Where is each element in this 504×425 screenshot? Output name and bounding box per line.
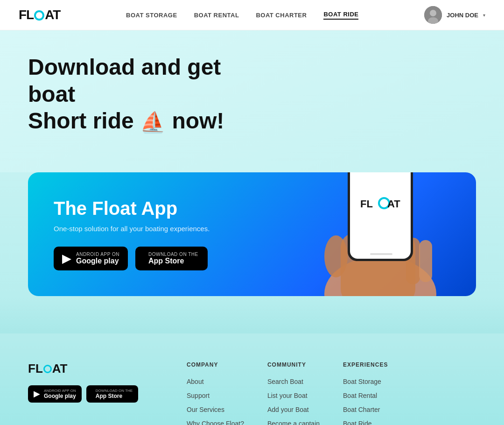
google-play-button[interactable]: ▶ ANDROID APP ON Google play — [54, 247, 128, 270]
svg-point-1 — [430, 10, 436, 16]
footer-link-captain[interactable]: Become a captain — [267, 420, 320, 425]
hero-title-line1: Download and get boat — [28, 55, 221, 106]
hero-heading: Download and get boat Short ride ⛵ now! — [28, 54, 261, 135]
footer: FLAT ▶ ANDROID APP ON Google play Downlo… — [0, 333, 504, 425]
footer-link-support[interactable]: Support — [187, 392, 210, 399]
footer-link-boat-storage[interactable]: Boat Storage — [343, 378, 381, 385]
nav-boat-storage[interactable]: BOAT STORAGE — [126, 12, 177, 19]
svg-text:FL: FL — [360, 198, 373, 210]
google-play-label-small: ANDROID APP ON — [76, 252, 119, 257]
app-banner: The Float App One-stop solution for all … — [28, 172, 476, 296]
boat-emoji: ⛵ — [140, 110, 166, 135]
phone-mockup: FL AT — [294, 172, 462, 296]
google-play-label-large: Google play — [76, 257, 119, 265]
hero-title-line2: Short ride — [28, 108, 134, 133]
banner-section: The Float App One-stop solution for all … — [0, 172, 504, 296]
nav-boat-ride[interactable]: BOAT RIDE — [323, 11, 358, 20]
google-play-icon: ▶ — [62, 251, 71, 266]
footer-link-add-boat[interactable]: Add your Boat — [267, 406, 309, 413]
footer-link-search-boat[interactable]: Search Boat — [267, 378, 303, 385]
footer-company-links: About Support Our Services Why Choose Fl… — [187, 377, 244, 425]
main-nav: BOAT STORAGE BOAT RENTAL BOAT CHARTER BO… — [126, 11, 358, 20]
footer-col-community: COMMUNITY Search Boat List your Boat Add… — [267, 361, 320, 425]
svg-rect-7 — [419, 240, 432, 282]
svg-rect-9 — [350, 172, 411, 259]
footer-google-play-button[interactable]: ▶ ANDROID APP ON Google play — [28, 385, 82, 403]
username: JOHN DOE — [447, 12, 478, 19]
user-menu[interactable]: JOHN DOE ▾ — [424, 6, 485, 24]
footer-brand: FLAT ▶ ANDROID APP ON Google play Downlo… — [28, 361, 159, 425]
svg-text:AT: AT — [387, 198, 400, 210]
footer-link-our-services[interactable]: Our Services — [187, 406, 224, 413]
app-store-label-large: App Store — [148, 257, 198, 265]
footer-experiences-links: Boat Storage Boat Rental Boat Charter Bo… — [343, 377, 388, 425]
footer-link-boat-rental[interactable]: Boat Rental — [343, 392, 377, 399]
footer-google-play-large: Google play — [44, 393, 76, 399]
app-store-button[interactable]: Download on the App Store — [135, 247, 208, 270]
footer-link-why-float[interactable]: Why Choose Float? — [187, 420, 244, 425]
footer-col-experiences: EXPERIENCES Boat Storage Boat Rental Boa… — [343, 361, 388, 425]
hero-section: Download and get boat Short ride ⛵ now! — [0, 30, 504, 172]
logo[interactable]: FLAT — [19, 7, 60, 22]
footer-community-heading: COMMUNITY — [267, 361, 320, 368]
footer-logo-o — [43, 365, 52, 373]
footer-community-links: Search Boat List your Boat Add your Boat… — [267, 377, 320, 425]
footer-link-list-boat[interactable]: List your Boat — [267, 392, 308, 399]
header: FLAT BOAT STORAGE BOAT RENTAL BOAT CHART… — [0, 0, 504, 30]
nav-boat-rental[interactable]: BOAT RENTAL — [194, 12, 239, 19]
footer-app-store-button[interactable]: Download on the App Store — [86, 385, 138, 403]
svg-rect-14 — [370, 253, 392, 255]
footer-top: FLAT ▶ ANDROID APP ON Google play Downlo… — [28, 361, 476, 425]
footer-app-buttons: ▶ ANDROID APP ON Google play Download on… — [28, 385, 159, 403]
footer-google-play-icon: ▶ — [34, 389, 40, 399]
footer-app-store-large: App Store — [96, 393, 133, 399]
footer-google-play-small: ANDROID APP ON — [44, 389, 76, 393]
footer-link-about[interactable]: About — [187, 378, 204, 385]
footer-columns: COMPANY About Support Our Services Why C… — [187, 361, 476, 425]
footer-app-store-small: Download on the — [96, 389, 133, 393]
footer-logo[interactable]: FLAT — [28, 361, 159, 376]
logo-o — [34, 10, 44, 21]
app-store-label-small: Download on the — [148, 252, 198, 257]
footer-company-heading: COMPANY — [187, 361, 244, 368]
footer-col-company: COMPANY About Support Our Services Why C… — [187, 361, 244, 425]
spacer — [0, 296, 504, 333]
banner-subtitle: One-stop solution for all your boating e… — [54, 225, 250, 233]
footer-experiences-heading: EXPERIENCES — [343, 361, 388, 368]
hero-title-line3: now! — [172, 108, 224, 133]
footer-link-boat-charter[interactable]: Boat Charter — [343, 406, 380, 413]
chevron-down-icon: ▾ — [483, 13, 485, 18]
nav-boat-charter[interactable]: BOAT CHARTER — [256, 12, 307, 19]
svg-point-5 — [324, 235, 348, 277]
avatar — [424, 6, 442, 24]
footer-link-boat-ride[interactable]: Boat Ride — [343, 420, 371, 425]
